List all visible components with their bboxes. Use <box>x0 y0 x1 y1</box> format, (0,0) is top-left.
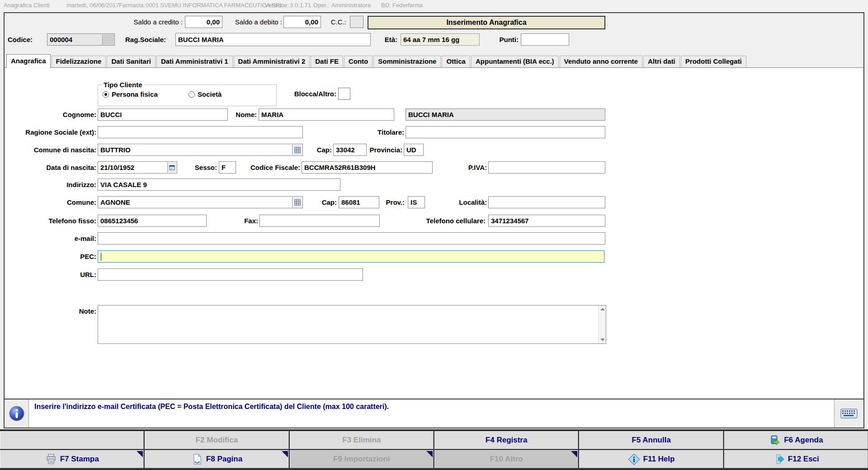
comune-lookup-button[interactable] <box>292 197 302 207</box>
versione-value: 3.0.1.71 <box>290 2 311 9</box>
saldo-debito-field[interactable] <box>283 16 321 28</box>
radio-societa[interactable] <box>189 91 195 98</box>
radio-persona-fisica[interactable] <box>103 91 109 98</box>
saldo-credito-field[interactable] <box>185 16 222 28</box>
fkey-f7-stampa[interactable]: F7 Stampa <box>0 450 144 468</box>
prov-field[interactable] <box>408 196 425 208</box>
fkey-f12-esci[interactable]: F12 Esci <box>724 450 868 468</box>
comune-nascita-field[interactable]: BUTTRIO <box>98 144 303 156</box>
tab-dati-sanitari[interactable]: Dati Sanitari <box>107 56 156 67</box>
url-field[interactable] <box>98 268 363 281</box>
keyboard-icon <box>840 408 858 419</box>
exit-icon <box>773 453 785 465</box>
comune-nascita-lookup-button[interactable] <box>292 145 302 155</box>
info-message: Inserire l'indirizzo e-mail Certificata … <box>29 400 835 428</box>
piva-field[interactable] <box>488 161 605 174</box>
menu-corner-icon <box>571 451 577 457</box>
farmacia-value: 0001 SVEMU INFORMATICA FARMACEUTICA SRL <box>146 2 283 9</box>
data-nascita-label: Data di nascita: <box>5 161 96 174</box>
indirizzo-label: Indirizzo: <box>5 179 96 191</box>
fkey-f11-help[interactable]: F11 Help <box>579 450 723 468</box>
radio-societa-label: Società <box>198 90 222 98</box>
app-title: Anagrafica Clienti <box>4 2 50 9</box>
nome-completo-field: BUCCI MARIA <box>406 108 605 121</box>
agenda-icon <box>769 434 781 446</box>
tab-dati-amministrativi-2[interactable]: Dati Amministrativi 2 <box>234 56 310 67</box>
ragsociale-field[interactable] <box>175 33 371 46</box>
eta-field: 64 aa 7 mm 16 gg <box>401 33 480 46</box>
comune-nascita-label: Comune di nascita: <box>5 144 96 156</box>
tab-prodotti-collegati[interactable]: Prodotti Collegati <box>681 56 746 67</box>
indirizzo-field[interactable] <box>98 179 340 191</box>
sesso-field[interactable] <box>219 161 236 174</box>
cc-field[interactable] <box>350 16 363 28</box>
help-icon <box>628 453 640 465</box>
tipo-cliente-legend: Tipo Cliente <box>102 81 144 89</box>
fkey-f8-pagina[interactable]: F8 Pagina <box>145 450 288 468</box>
blocca-altro-checkbox[interactable] <box>338 88 350 100</box>
tab-dati-fe[interactable]: Dati FE <box>311 56 343 67</box>
titolare-field[interactable] <box>406 126 605 138</box>
tab-conto[interactable]: Conto <box>344 56 373 67</box>
fkey-f10-altro: F10 Altro <box>434 450 578 468</box>
data-nascita-field[interactable]: 21/10/1952 <box>98 161 177 174</box>
fkey-f9-importazioni: F9 Importazioni <box>290 450 434 468</box>
scroll-up-icon[interactable] <box>600 308 605 310</box>
piva-label: P.IVA: <box>458 161 487 174</box>
info-bar: Inserire l'indirizzo e-mail Certificata … <box>4 399 864 428</box>
email-field[interactable] <box>98 232 605 244</box>
cc-label: C.C.: <box>324 16 346 28</box>
tab-dati-amministrativi-1[interactable]: Dati Amministrativi 1 <box>156 56 233 67</box>
tab-altri-dati[interactable]: Altri dati <box>643 56 680 67</box>
email-label: e-mail: <box>5 232 96 244</box>
provincia-field[interactable] <box>404 144 424 156</box>
ragione-ext-field[interactable] <box>98 126 303 138</box>
tab-anagrafica[interactable]: Anagrafica <box>6 54 51 68</box>
scroll-down-icon[interactable] <box>600 338 605 341</box>
tab-venduto-anno-corrente[interactable]: Venduto anno corrente <box>560 56 642 67</box>
punti-field[interactable] <box>521 33 569 46</box>
codice-side-button[interactable] <box>102 34 114 45</box>
bd-value: Federfarma <box>392 2 423 9</box>
cap-field[interactable] <box>339 196 379 208</box>
tab-appuntamenti[interactable]: Appuntamenti (BIA ecc.) <box>471 56 559 67</box>
tel-fisso-field[interactable] <box>98 215 207 227</box>
note-scrollbar[interactable] <box>598 306 606 343</box>
fkey-f3-elimina: F3 Elimina <box>290 431 434 449</box>
cognome-field[interactable] <box>98 108 228 121</box>
versione-label: Versione: <box>264 2 289 9</box>
cellulare-field[interactable] <box>488 215 605 227</box>
fkey-f5-annulla[interactable]: F5 Annulla <box>579 431 723 449</box>
fax-field[interactable] <box>259 215 380 227</box>
nome-field[interactable] <box>259 108 394 121</box>
menu-corner-icon <box>426 451 433 457</box>
pec-field[interactable] <box>98 250 604 263</box>
bd-label: BD: <box>381 2 391 9</box>
tab-somministrazione[interactable]: Somministrazione <box>373 56 441 67</box>
localita-field[interactable] <box>488 196 605 208</box>
comune-nascita-value: BUTTRIO <box>100 146 131 154</box>
comune-label: Comune: <box>5 196 96 208</box>
radio-persona-fisica-label: Persona fisica <box>112 90 189 98</box>
virtual-keyboard-button[interactable] <box>835 400 863 428</box>
calendar-icon <box>169 164 175 170</box>
tab-content-anagrafica: Tipo Cliente Persona fisica Società Bloc… <box>5 68 863 398</box>
note-field[interactable] <box>98 305 606 344</box>
fkey-f6-agenda[interactable]: F6 Agenda <box>724 431 868 449</box>
tab-ottica[interactable]: Ottica <box>442 56 470 67</box>
codice-fiscale-field[interactable] <box>302 161 433 174</box>
codice-value: 000004 <box>50 36 72 43</box>
info-icon-cell <box>5 400 29 428</box>
titolare-label: Titolare: <box>358 126 404 138</box>
printer-icon <box>45 453 57 465</box>
punti-label: Punti: <box>488 33 519 46</box>
url-label: URL: <box>5 268 96 281</box>
comune-field[interactable]: AGNONE <box>98 196 303 208</box>
page-icon <box>191 453 203 465</box>
fkey-f4-registra[interactable]: F4 Registra <box>434 431 578 449</box>
grid-lookup-icon <box>294 147 301 153</box>
fkey-f2-modifica: F2 Modifica <box>145 431 288 449</box>
function-row-2: F7 Stampa F8 Pagina F9 Importazioni F10 … <box>0 450 868 468</box>
data-nascita-calendar-button[interactable] <box>167 162 176 173</box>
tab-fidelizzazione[interactable]: Fidelizzazione <box>52 56 106 67</box>
